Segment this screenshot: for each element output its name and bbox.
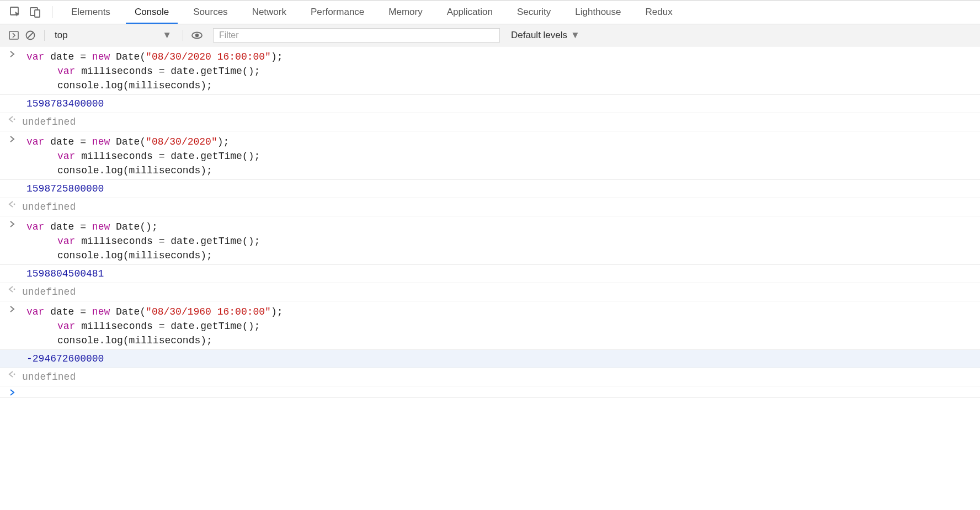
console-prompt-row[interactable] [0, 386, 980, 398]
console-return-value: undefined [19, 200, 76, 214]
blank-gutter [6, 97, 19, 98]
input-chevron-icon [6, 220, 19, 227]
svg-point-11 [14, 374, 15, 375]
console-input-row: var date = new Date("08/30/2020");var mi… [0, 131, 980, 180]
filter-input[interactable] [213, 28, 500, 42]
console-return-value: undefined [19, 285, 76, 299]
prompt-chevron-icon [6, 388, 19, 396]
input-chevron-icon [6, 305, 19, 312]
console-log-value: 1598804500481 [19, 267, 104, 281]
log-levels-select[interactable]: Default levels ▼ [511, 30, 580, 41]
svg-rect-3 [9, 31, 18, 39]
inspect-icon[interactable] [8, 4, 23, 20]
console-return-value: undefined [19, 370, 76, 384]
console-log-value: -294672600000 [19, 352, 104, 366]
tab-application[interactable]: Application [435, 1, 505, 24]
svg-point-10 [14, 289, 15, 290]
console-toolbar: top ▼ Default levels ▼ [0, 24, 980, 46]
return-chevron-icon [6, 115, 19, 123]
console-return-row: undefined [0, 368, 980, 386]
tab-console[interactable]: Console [122, 1, 181, 24]
divider [44, 30, 45, 41]
input-chevron-icon [6, 50, 19, 57]
tab-network[interactable]: Network [240, 1, 299, 24]
tab-security[interactable]: Security [505, 1, 563, 24]
console-command: var date = new Date("08/30/2020");var mi… [19, 135, 260, 178]
console-command: var date = new Date("08/30/1960 16:00:00… [19, 305, 283, 348]
console-return-row: undefined [0, 283, 980, 301]
tab-memory[interactable]: Memory [376, 1, 434, 24]
tab-sources[interactable]: Sources [181, 1, 239, 24]
console-log-value: 1598725800000 [19, 182, 104, 196]
console-log-row: 1598804500481 [0, 265, 980, 283]
console-log-row: -294672600000 [0, 350, 980, 368]
console-input-row: var date = new Date("08/30/1960 16:00:00… [0, 301, 980, 350]
blank-gutter [6, 182, 19, 183]
tab-performance[interactable]: Performance [299, 1, 376, 24]
console-input-row: var date = new Date();var milliseconds =… [0, 216, 980, 265]
console-log-value: 1598783400000 [19, 97, 104, 111]
svg-point-7 [195, 33, 199, 36]
divider [183, 30, 183, 41]
tab-lighthouse[interactable]: Lighthouse [563, 1, 633, 24]
return-chevron-icon [6, 370, 19, 378]
log-levels-label: Default levels [511, 30, 567, 41]
console-return-row: undefined [0, 113, 980, 131]
blank-gutter [6, 352, 19, 353]
tab-redux[interactable]: Redux [633, 1, 685, 24]
blank-gutter [6, 267, 19, 268]
console-input-row: var date = new Date("08/30/2020 16:00:00… [0, 46, 980, 95]
return-chevron-icon [6, 200, 19, 208]
console-command: var date = new Date("08/30/2020 16:00:00… [19, 50, 283, 93]
execution-context-label: top [55, 30, 68, 41]
svg-point-8 [14, 119, 15, 120]
clear-console-icon[interactable] [22, 28, 39, 43]
console-log-row: 1598725800000 [0, 180, 980, 198]
console-return-value: undefined [19, 115, 76, 129]
tabs-container: ElementsConsoleSourcesNetworkPerformance… [59, 1, 685, 24]
live-expression-icon[interactable] [189, 28, 205, 43]
svg-line-5 [28, 33, 33, 38]
input-chevron-icon [6, 135, 19, 142]
console-log-row: 1598783400000 [0, 95, 980, 113]
execution-context-select[interactable]: top ▼ [50, 28, 177, 43]
console-return-row: undefined [0, 198, 980, 216]
chevron-down-icon: ▼ [571, 30, 580, 41]
tab-elements[interactable]: Elements [59, 1, 122, 24]
return-chevron-icon [6, 285, 19, 293]
sidebar-toggle-icon[interactable] [6, 28, 22, 43]
devtools-tabbar: ElementsConsoleSourcesNetworkPerformance… [0, 0, 980, 24]
console-command: var date = new Date();var milliseconds =… [19, 220, 260, 263]
chevron-down-icon: ▼ [162, 30, 172, 41]
device-toggle-icon[interactable] [28, 4, 43, 20]
divider [52, 6, 52, 18]
console-output[interactable]: var date = new Date("08/30/2020 16:00:00… [0, 46, 980, 398]
svg-point-9 [14, 204, 15, 205]
svg-rect-2 [35, 10, 40, 17]
